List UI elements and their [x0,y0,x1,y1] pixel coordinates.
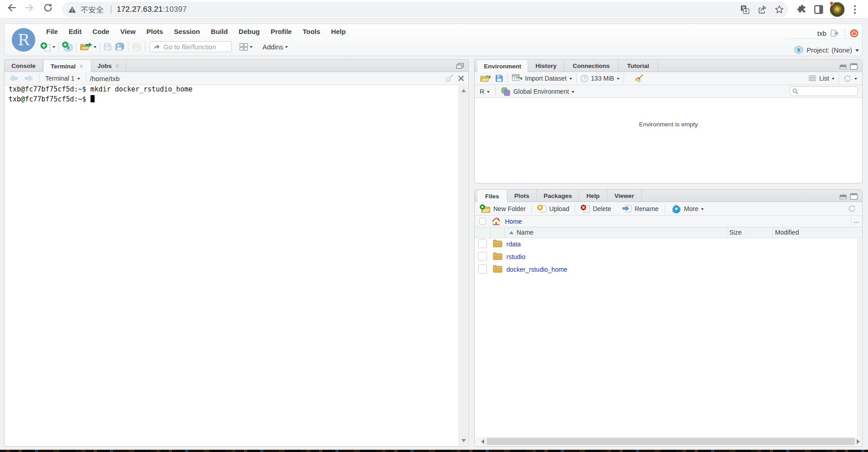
print-button[interactable] [130,40,143,53]
browser-back-button[interactable] [4,0,19,15]
language-selector[interactable]: R [477,88,492,95]
project-menu[interactable]: R Project: (None) [794,44,859,55]
new-project-button[interactable]: R [61,40,74,53]
tab-environment[interactable]: Environment [477,60,528,72]
scroll-down-icon[interactable] [459,439,468,442]
terminal-output[interactable]: txb@fc77bf75cf5d:~$ mkdir docker_rstudio… [5,86,468,446]
tab-history[interactable]: History [528,60,564,72]
file-row[interactable]: docker_rstudio_home [475,263,862,276]
column-modified[interactable]: Modified [773,227,862,238]
tab-terminal[interactable]: Terminal✕ [43,60,91,72]
close-terminal-icon[interactable] [458,76,464,81]
extensions-puzzle-icon[interactable] [797,5,806,14]
files-horizontal-scrollbar[interactable] [475,437,862,446]
more-button[interactable]: More [669,204,706,213]
load-workspace-button[interactable] [477,74,493,83]
menu-debug[interactable]: Debug [233,26,265,38]
maximize-panel-icon[interactable] [850,193,858,200]
scope-selector[interactable]: Global Environment [499,87,577,96]
breadcrumb-home[interactable]: Home [505,218,522,225]
row-checkbox[interactable] [478,252,487,261]
row-checkbox[interactable] [478,239,487,248]
terminal-back-icon[interactable] [10,75,18,82]
tab-plots[interactable]: Plots [507,190,537,202]
side-panel-icon[interactable] [814,5,823,14]
column-name[interactable]: Name [504,227,728,238]
tab-viewer[interactable]: Viewer [607,190,642,202]
menu-code[interactable]: Code [87,26,115,38]
browser-reload-button[interactable] [40,0,56,15]
address-bar[interactable]: 172.27.63.21:10397 [62,2,788,17]
bookmark-star-icon[interactable] [775,5,784,14]
menu-kebab-icon[interactable] [854,5,856,14]
tab-console[interactable]: Console [5,60,43,72]
menu-file[interactable]: File [41,26,63,38]
menu-tools[interactable]: Tools [297,26,326,38]
popout-restore-icon[interactable] [456,63,464,69]
goto-file-input[interactable]: Go to file/function [150,41,232,52]
save-all-button[interactable] [113,40,126,53]
workspace-panes-button[interactable] [238,40,254,53]
tab-tutorial[interactable]: Tutorial [619,60,658,72]
menu-view[interactable]: View [115,26,141,38]
rename-button[interactable]: Rename [620,204,661,213]
column-size[interactable]: Size [728,227,773,238]
addins-button[interactable]: Addins [261,40,289,53]
sign-out-icon[interactable] [830,29,839,38]
save-button[interactable] [102,40,113,53]
home-icon[interactable] [491,217,501,226]
menu-help[interactable]: Help [326,26,352,38]
browser-forward-button[interactable] [22,0,37,15]
refresh-environment-button[interactable] [841,74,859,83]
list-view-button[interactable]: List [806,75,837,82]
close-terminal-tab-icon[interactable]: ✕ [79,63,84,69]
file-name-link[interactable]: rdata [506,240,521,248]
upload-button[interactable]: Upload [535,204,572,213]
memory-usage-button[interactable]: 133 MiB [578,75,622,82]
open-file-button[interactable] [78,40,98,53]
new-folder-button[interactable]: New Folder [477,204,528,213]
refresh-files-button[interactable] [845,204,858,213]
scroll-left-icon[interactable] [481,439,485,444]
profile-avatar[interactable] [830,2,844,17]
row-checkbox[interactable] [478,264,487,274]
scroll-up-icon[interactable] [459,89,468,92]
clear-environment-button[interactable] [631,74,646,83]
terminal-forward-icon[interactable] [24,75,33,82]
environment-search-input[interactable] [790,87,858,96]
tab-files[interactable]: Files [477,190,507,202]
open-folder-icon [80,42,92,51]
file-name-link[interactable]: rstudio [506,253,525,260]
minimize-panel-icon[interactable] [839,194,847,199]
translate-icon[interactable] [740,5,749,14]
share-icon[interactable] [758,5,767,14]
menu-build[interactable]: Build [205,26,234,38]
files-vertical-scrollbar[interactable] [857,239,862,437]
tab-packages[interactable]: Packages [537,190,579,202]
scrollbar-thumb[interactable] [487,438,855,445]
menu-profile[interactable]: Profile [265,26,297,38]
terminal-scrollbar[interactable] [458,86,468,446]
tab-jobs[interactable]: Jobs✕ [91,60,126,72]
tab-connections[interactable]: Connections [564,60,619,72]
quit-session-power-icon[interactable] [850,29,858,38]
file-name-link[interactable]: docker_rstudio_home [506,266,568,273]
menu-edit[interactable]: Edit [63,26,87,38]
tab-help[interactable]: Help [579,190,607,202]
import-dataset-button[interactable]: Import Dataset [510,74,574,82]
clear-terminal-broom-icon[interactable] [444,74,454,83]
select-all-checkbox[interactable] [479,218,486,225]
maximize-panel-icon[interactable] [850,63,858,70]
delete-button[interactable]: Delete [578,204,613,213]
menu-plots[interactable]: Plots [141,26,169,38]
breadcrumb-ellipsis[interactable]: ... [854,217,859,224]
close-jobs-tab-icon[interactable]: ✕ [115,63,120,69]
save-workspace-button[interactable] [493,74,506,82]
menu-session[interactable]: Session [168,26,205,38]
file-row[interactable]: rdata [475,238,862,250]
terminal-selector[interactable]: Terminal 1 [43,75,82,82]
scroll-right-icon[interactable] [856,439,860,444]
file-row[interactable]: rstudio [475,250,862,263]
minimize-panel-icon[interactable] [839,64,847,69]
new-file-button[interactable] [39,40,57,53]
